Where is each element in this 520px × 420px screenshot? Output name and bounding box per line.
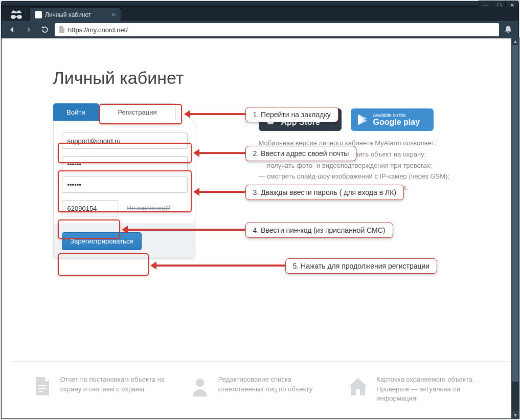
annotation-arrow [152,264,285,267]
googleplay-icon [356,113,369,126]
scrollbar-thumb[interactable] [512,45,518,382]
svg-rect-5 [38,391,43,392]
browser-tabbar: Личный кабинет × [2,7,518,21]
person-icon [189,375,211,397]
promo-f3: — смотреть слайд-шоу изображений с IP-ка… [259,171,510,182]
annotation-arrow [195,152,245,154]
callout-4: 4. Ввести пин-код (из присланной СМС) [245,223,393,238]
pin-field[interactable] [62,200,118,216]
vertical-scrollbar[interactable]: ▲ ▼ [511,37,519,419]
svg-point-0 [11,15,16,19]
email-field[interactable] [62,132,188,149]
password-confirm-field[interactable] [62,176,188,193]
scroll-down-icon[interactable]: ▼ [511,411,519,419]
googleplay-badge[interactable]: Available on the Google play [351,108,434,131]
tab-register[interactable]: Регистрация [99,103,176,121]
incognito-icon [8,9,25,21]
footer-card-object: Карточка охраняемого объекта. Проверьте … [347,375,489,403]
footer-text: Отчет по постановкам объекта на охрану и… [60,375,173,403]
store-avail-label: Available on the [373,113,420,118]
promo-f2: — получать фото- и видеоподтверждения пр… [259,161,510,171]
footer-features: Отчет по постановкам объекта на охрану и… [10,361,510,403]
footer-card-report: Отчет по постановкам объекта на охрану и… [31,375,173,403]
forward-button[interactable] [22,23,35,36]
tab-favicon-icon [35,11,42,18]
callout-3: 3. Дважды ввести пароль ( для входа в ЛК… [245,185,404,200]
viewport: Личный кабинет Войти Регистрация [2,38,518,418]
annotation-arrow [195,191,245,193]
svg-point-1 [17,15,22,19]
page-icon [59,26,65,33]
scroll-up-icon[interactable]: ▲ [511,37,519,45]
url-text: https://my.cnord.net/ [68,26,128,34]
footer-text: Редактирование списка ответственных лиц … [218,375,331,403]
submit-button[interactable]: Зарегистрироваться [62,232,142,250]
reload-button[interactable] [38,23,52,36]
password-field[interactable] [62,156,188,172]
tab-login[interactable]: Войти [53,103,99,121]
pin-help-link[interactable]: Не знаете код? [127,205,171,212]
tab-title: Личный кабинет [45,11,91,18]
back-button[interactable] [6,23,19,36]
annotation-arrow [186,113,245,115]
page-content: Личный кабинет Войти Регистрация [10,38,510,418]
footer-text: Карточка охраняемого объекта. Проверьте … [376,375,489,403]
gplay-label: Google play [373,118,420,127]
svg-rect-4 [38,388,47,389]
callout-2: 2. Ввести адрес своей почты [245,146,357,161]
svg-point-6 [196,379,204,387]
browser-window: — ▢ ✕ Личный кабинет × https://my.cnor [1,1,519,419]
callout-5: 5. Нажать для продолжения регистрации [285,258,438,274]
svg-rect-2 [15,16,17,17]
window-titlebar: — ▢ ✕ [2,2,518,7]
browser-toolbar: https://my.cnord.net/ [2,21,518,38]
page-title: Личный кабинет [53,68,510,88]
browser-tab[interactable]: Личный кабинет × [29,8,121,21]
auth-panel: Войти Регистрация Не знаете [53,103,195,259]
address-bar[interactable]: https://my.cnord.net/ [55,23,499,36]
document-icon [31,375,53,397]
callout-1: 1. Перейти на закладку [245,107,338,122]
annotation-arrow [124,229,245,231]
svg-rect-3 [38,385,47,386]
footer-card-people: Редактирование списка ответственных лиц … [189,375,331,403]
notification-icon[interactable] [502,24,514,36]
close-tab-icon[interactable]: × [110,11,117,17]
house-icon [347,375,369,397]
